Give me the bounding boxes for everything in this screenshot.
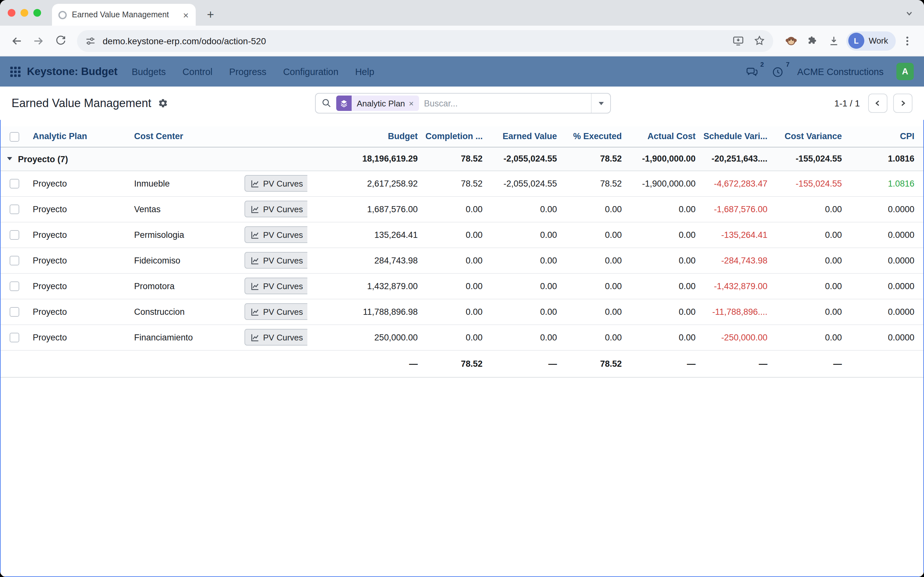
cell-completion: 78.52 xyxy=(422,171,486,196)
pv-curves-label: PV Curves xyxy=(263,230,303,239)
pv-curves-button[interactable]: PV Curves xyxy=(244,252,307,269)
tab-favicon-icon xyxy=(58,11,67,19)
row-checkbox[interactable] xyxy=(9,333,19,342)
table-row[interactable]: ProyectoFideicomisoPV Curves284,743.980.… xyxy=(1,247,924,273)
profile-label: Work xyxy=(869,36,888,45)
select-all-checkbox[interactable] xyxy=(9,132,19,141)
extensions-puzzle-icon[interactable] xyxy=(806,35,819,47)
address-bar[interactable]: demo.keystone-erp.com/odoo/action-520 xyxy=(77,30,773,52)
pv-curves-button[interactable]: PV Curves xyxy=(244,226,307,243)
install-app-icon[interactable] xyxy=(732,35,744,47)
monkey-extension-icon[interactable] xyxy=(785,34,798,47)
row-checkbox[interactable] xyxy=(9,282,19,291)
browser-menu-button[interactable] xyxy=(897,31,918,51)
group-row[interactable]: Proyecto (7) 18,196,619.29 78.52 -2,055,… xyxy=(1,147,924,171)
cell-cost-center: Permisologia xyxy=(129,222,237,247)
browser-tab[interactable]: Earned Value Management × xyxy=(52,4,196,26)
row-checkbox[interactable] xyxy=(9,307,19,317)
search-input[interactable] xyxy=(419,98,591,108)
cell-schedule-variance: -1,432,879.00 xyxy=(699,273,771,299)
list-view: Analytic Plan Cost Center Budget Complet… xyxy=(0,120,924,577)
site-settings-icon[interactable] xyxy=(85,35,96,47)
col-header-completion[interactable]: Completion ... xyxy=(422,126,486,147)
table-row[interactable]: ProyectoFinanciamientoPV Curves250,000.0… xyxy=(1,324,924,350)
menu-control[interactable]: Control xyxy=(183,66,213,77)
new-tab-button[interactable]: + xyxy=(202,6,219,23)
cell-cost-variance: 0.00 xyxy=(771,196,846,222)
pager-next-button[interactable] xyxy=(893,93,913,113)
col-header-pct-executed[interactable]: % Executed xyxy=(561,126,626,147)
cell-analytic-plan: Proyecto xyxy=(27,247,129,273)
forward-button[interactable] xyxy=(28,31,49,51)
messages-button[interactable]: 2 xyxy=(746,65,759,78)
search-facet[interactable]: Analytic Plan × xyxy=(336,95,419,111)
row-checkbox[interactable] xyxy=(9,230,19,240)
facet-remove-icon[interactable]: × xyxy=(409,98,419,108)
cell-cpi: 0.0000 xyxy=(846,273,924,299)
cell-pv-curves: PV Curves xyxy=(237,196,307,222)
table-row[interactable]: ProyectoInmueblePV Curves2,617,258.9278.… xyxy=(1,171,924,196)
cell-budget: 250,000.00 xyxy=(307,324,422,350)
browser-profile-chip[interactable]: L Work xyxy=(846,31,896,50)
pv-curves-button[interactable]: PV Curves xyxy=(244,329,307,346)
forward-arrow-icon xyxy=(32,34,45,47)
group-label-cell[interactable]: Proyecto (7) xyxy=(1,147,307,171)
app-brand[interactable]: Keystone: Budget xyxy=(27,65,118,77)
row-checkbox[interactable] xyxy=(9,179,19,189)
table-row[interactable]: ProyectoVentasPV Curves1,687,576.000.000… xyxy=(1,196,924,222)
activities-button[interactable]: 7 xyxy=(772,65,784,78)
company-menu[interactable]: ACME Constructions xyxy=(797,66,884,77)
app-navbar: Keystone: Budget Budgets Control Progres… xyxy=(0,56,924,87)
table-row[interactable]: ProyectoConstruccionPV Curves11,788,896.… xyxy=(1,299,924,324)
url-text[interactable]: demo.keystone-erp.com/odoo/action-520 xyxy=(103,35,727,46)
col-header-analytic-plan[interactable]: Analytic Plan xyxy=(27,126,129,147)
bookmark-star-icon[interactable] xyxy=(753,35,766,47)
cell-completion: 0.00 xyxy=(422,324,486,350)
col-header-cost-variance[interactable]: Cost Variance xyxy=(771,126,846,147)
fullscreen-window-button[interactable] xyxy=(33,9,41,17)
col-header-schedule-variance[interactable]: Schedule Vari... xyxy=(699,126,771,147)
line-chart-icon xyxy=(251,205,259,213)
pv-curves-label: PV Curves xyxy=(263,204,303,214)
reload-button[interactable] xyxy=(50,31,71,51)
pv-curves-button[interactable]: PV Curves xyxy=(244,175,307,192)
col-header-actual-cost[interactable]: Actual Cost xyxy=(626,126,699,147)
pager-previous-button[interactable] xyxy=(868,93,887,113)
cell-analytic-plan: Proyecto xyxy=(27,171,129,196)
menu-budgets[interactable]: Budgets xyxy=(132,66,166,77)
cell-budget: 284,743.98 xyxy=(307,247,422,273)
search-bar[interactable]: Analytic Plan × xyxy=(315,93,611,113)
group-completion: 78.52 xyxy=(422,147,486,171)
table-row[interactable]: ProyectoPromotoraPV Curves1,432,879.000.… xyxy=(1,273,924,299)
table-row[interactable]: ProyectoPermisologiaPV Curves135,264.410… xyxy=(1,222,924,247)
cell-earned-value: 0.00 xyxy=(486,273,561,299)
cell-budget: 1,432,879.00 xyxy=(307,273,422,299)
back-button[interactable] xyxy=(6,31,27,51)
pv-curves-button[interactable]: PV Curves xyxy=(244,201,307,218)
downloads-icon[interactable] xyxy=(828,35,840,47)
cell-pv-curves: PV Curves xyxy=(237,299,307,324)
col-header-budget[interactable]: Budget xyxy=(307,126,422,147)
tab-search-button[interactable] xyxy=(902,6,916,21)
menu-progress[interactable]: Progress xyxy=(229,66,266,77)
menu-configuration[interactable]: Configuration xyxy=(283,66,338,77)
menu-help[interactable]: Help xyxy=(355,66,375,77)
close-window-button[interactable] xyxy=(8,9,15,17)
cell-schedule-variance: -4,672,283.47 xyxy=(699,171,771,196)
tab-close-icon[interactable]: × xyxy=(180,10,192,19)
col-header-earned-value[interactable]: Earned Value xyxy=(486,126,561,147)
group-pct-executed: 78.52 xyxy=(561,147,626,171)
pv-curves-button[interactable]: PV Curves xyxy=(244,277,307,294)
row-checkbox[interactable] xyxy=(9,205,19,214)
user-avatar[interactable]: A xyxy=(897,63,914,80)
pv-curves-button[interactable]: PV Curves xyxy=(244,303,307,320)
extension-icons xyxy=(785,34,840,47)
search-dropdown-toggle[interactable] xyxy=(591,93,610,113)
view-settings-gear-icon[interactable] xyxy=(158,98,168,108)
col-header-cost-center[interactable]: Cost Center xyxy=(129,126,237,147)
minimize-window-button[interactable] xyxy=(21,9,28,17)
row-checkbox[interactable] xyxy=(9,256,19,266)
apps-grid-icon[interactable] xyxy=(10,66,21,77)
col-header-cpi[interactable]: CPI xyxy=(846,126,924,147)
cell-actual-cost: 0.00 xyxy=(626,324,699,350)
